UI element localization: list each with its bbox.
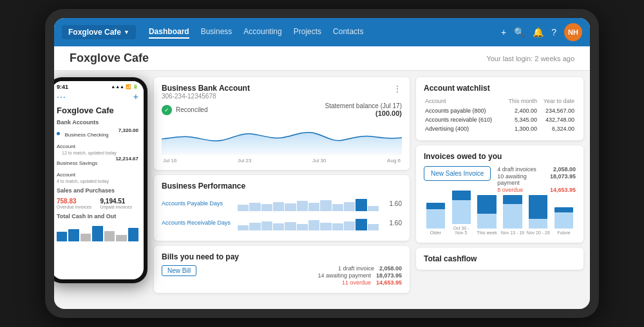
watchlist-col-thismonth: This month (504, 98, 538, 106)
perf-value-1: 1.60 (384, 220, 402, 227)
phone-app-bar: ··· + (54, 90, 144, 103)
last-login: Your last login: 2 weeks ago (486, 55, 574, 62)
help-icon[interactable]: ? (551, 27, 556, 37)
nav-link-contacts[interactable]: Contacts (333, 26, 363, 39)
bills-row-0: 1 draft invoice 2,058.00 (317, 265, 402, 272)
bills-flex: New Bill 1 draft invoice 2,058.00 14 awa… (162, 265, 402, 286)
invoice-stats: 4 draft invoices2,058.0010 awaiting paym… (497, 166, 576, 194)
nav-link-business[interactable]: Business (201, 26, 232, 39)
invoice-stat-row: 4 draft invoices2,058.00 (497, 166, 576, 173)
phone-metric-overdue: 758.83 Overdue invoices (57, 198, 95, 209)
phone-mini-chart (57, 222, 138, 241)
inv-chart-label: Future (557, 230, 570, 235)
nav-link-accounting[interactable]: Accounting (243, 26, 281, 39)
inv-chart-label: Nov 20 - 26 (527, 230, 550, 235)
watchlist-row: Accounts payable (800)2,400.00234,567.00 (425, 107, 574, 115)
nav-actions: + 🔍 🔔 ? NH (501, 23, 582, 41)
phone-metric-unpaid: 9,194.51 Unpaid invoices (100, 198, 139, 209)
perf-row-1: Accounts Receivable Days (162, 215, 402, 230)
dashboard-body: 9:41 ▲▲▲ 📶 🔋 ··· + Foxglov (54, 71, 590, 309)
page-title: Foxglove Cafe (70, 51, 149, 65)
phone-sales-section: Sales and Purchases (57, 187, 138, 194)
invoices-card: Invoices owed to you New Sales Invoice 4… (416, 145, 583, 243)
phone-add-icon[interactable]: + (133, 91, 138, 102)
chart-label-0: Jul 16 (163, 158, 176, 164)
cashflow-card: Total cashflow (416, 248, 583, 270)
inv-bar-group: Older (424, 195, 448, 235)
perf-label-0[interactable]: Accounts Payable Days (162, 200, 232, 207)
main-content: Foxglove Cafe Your last login: 2 weeks a… (54, 46, 590, 309)
chart-label-2: Jul 30 (312, 158, 326, 164)
inv-chart-label: Oct 30 - Nov 5 (450, 226, 473, 235)
statement-label: Statement balance (Jul 17) (325, 102, 402, 109)
statement-value: (100.00) (325, 109, 402, 117)
brand-button[interactable]: Foxglove Cafe ▼ (62, 25, 136, 39)
bank-line-chart (162, 120, 402, 155)
watchlist-title: Account watchlist (424, 84, 576, 93)
phone-status-bar: 9:41 ▲▲▲ 📶 🔋 (54, 81, 144, 90)
bank-card-menu-icon[interactable]: ⋮ (393, 84, 402, 94)
nav-link-dashboard[interactable]: Dashboard (149, 26, 189, 39)
chart-labels: Jul 16 Jul 23 Jul 30 Aug 6 (162, 158, 402, 164)
phone-content: Foxglove Cafe Bank Accounts Business Che… (54, 103, 144, 279)
bills-row-overdue: 11 overdue 14,653.95 (317, 279, 402, 286)
inv-chart-label: This week (477, 230, 497, 235)
perf-bars-0 (238, 196, 379, 211)
chart-label-3: Aug 6 (387, 158, 401, 164)
new-bill-button[interactable]: New Bill (162, 265, 196, 276)
inv-bar-group: This week (475, 195, 499, 235)
inv-bar-group: Nov 20 - 26 (526, 195, 550, 235)
phone-account-checking: Business Checking Account 12 to match, u… (57, 127, 138, 155)
cashflow-title: Total cashflow (424, 254, 576, 263)
bills-card: Bills you need to pay New Bill 1 draft i… (154, 246, 410, 293)
bank-card-number: 306-234-12345678 (162, 93, 250, 100)
inv-bar-group: Oct 30 - Nov 5 (450, 191, 473, 235)
user-avatar[interactable]: NH (564, 23, 582, 41)
phone-device: 9:41 ▲▲▲ 📶 🔋 ··· + Foxglov (54, 77, 147, 283)
perf-bars-1 (238, 215, 379, 230)
perf-label-1[interactable]: Accounts Receivable Days (162, 220, 232, 226)
perf-card-title: Business Performance (162, 182, 402, 191)
phone-bank-section: Bank Accounts (57, 119, 138, 126)
reconciled-label: Reconciled (176, 106, 321, 113)
nav-link-projects[interactable]: Projects (294, 26, 321, 39)
watchlist-col-account: Account (425, 98, 503, 106)
watchlist-row: Accounts receivable (610)5,345.00432,748… (425, 116, 574, 124)
inv-chart-label: Nov 13 - 19 (501, 230, 524, 235)
phone-metrics: 758.83 Overdue invoices 9,194.51 Unpaid … (57, 198, 138, 209)
bank-reconciled-row: ✓ Reconciled Statement balance (Jul 17) … (162, 102, 402, 117)
bank-account-card: Business Bank Account 306-234-12345678 ⋮… (154, 77, 410, 170)
bank-card-header: Business Bank Account 306-234-12345678 ⋮ (162, 84, 402, 100)
invoices-body: New Sales Invoice 4 draft invoices2,058.… (424, 166, 576, 194)
phone-menu-dots[interactable]: ··· (57, 91, 66, 102)
phone-status-icons: ▲▲▲ 📶 🔋 (111, 84, 138, 89)
performance-card: Business Performance Accounts Payable Da… (154, 175, 410, 241)
inv-bar-group: Future (552, 195, 576, 235)
avatar-initials: NH (568, 28, 578, 36)
add-icon[interactable]: + (501, 27, 506, 37)
watchlist-row: Advertising (400)1,300.006,324.00 (425, 125, 574, 133)
watchlist-col-ytd: Year to date (538, 98, 574, 106)
perf-value-0: 1.60 (384, 200, 402, 207)
tablet-device: Foxglove Cafe ▼ Dashboard Business Accou… (45, 9, 599, 318)
tablet-screen: Foxglove Cafe ▼ Dashboard Business Accou… (54, 18, 590, 309)
chart-label-1: Jul 23 (238, 158, 251, 164)
perf-row-0: Accounts Payable Days (162, 196, 402, 211)
brand-chevron: ▼ (124, 29, 129, 35)
phone-cash-section: Total Cash In and Out (57, 213, 138, 220)
right-panels: Account watchlist Account This month Yea… (416, 77, 583, 303)
inv-chart-label: Older (430, 230, 441, 235)
phone-screen: 9:41 ▲▲▲ 📶 🔋 ··· + Foxglov (54, 81, 144, 279)
top-navigation: Foxglove Cafe ▼ Dashboard Business Accou… (54, 18, 590, 46)
invoices-title: Invoices owed to you (424, 152, 576, 161)
left-panels: Business Bank Account 306-234-12345678 ⋮… (154, 77, 410, 303)
bank-card-title: Business Bank Account (162, 84, 250, 93)
invoice-chart: OlderOct 30 - Nov 5This weekNov 13 - 19N… (424, 198, 576, 236)
bills-summary: 1 draft invoice 2,058.00 14 awaiting pay… (317, 265, 402, 286)
bell-icon[interactable]: 🔔 (533, 27, 544, 37)
page-header: Foxglove Cafe Your last login: 2 weeks a… (54, 46, 590, 71)
invoice-stat-row: 10 awaiting payment18,073.95 (497, 173, 576, 186)
new-invoice-button[interactable]: New Sales Invoice (424, 166, 491, 181)
search-icon[interactable]: 🔍 (514, 27, 525, 37)
phone-time: 9:41 (57, 84, 68, 90)
